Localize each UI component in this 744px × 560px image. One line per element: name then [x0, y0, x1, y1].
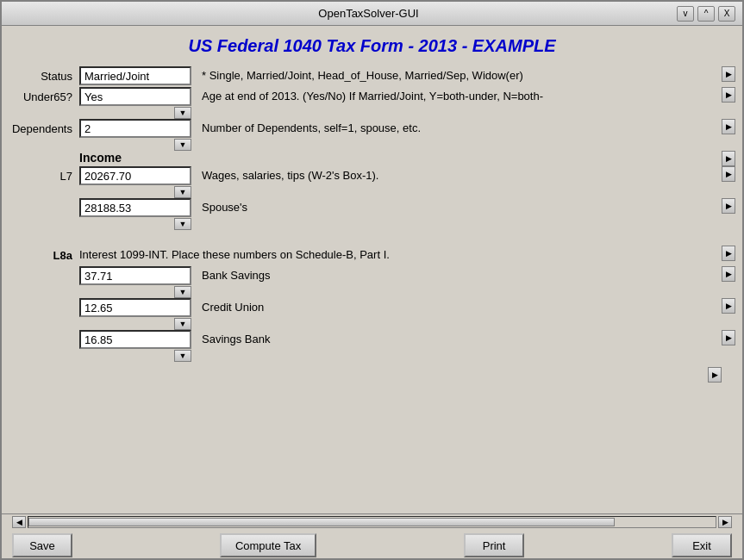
l7-right-btn2[interactable]: ▶ [722, 198, 735, 214]
page-title: US Federal 1040 Tax Form - 2013 - EXAMPL… [2, 26, 742, 63]
l7-expand-btn2[interactable]: ▼ [174, 218, 191, 230]
l8a-right-btn2[interactable]: ▶ [722, 298, 735, 314]
l8a-right-btn-desc[interactable]: ▶ [722, 246, 735, 261]
bottom-bar: ◀ ▶ Save Compute Tax Print Exit [2, 513, 742, 558]
income-section-row: Income ▶ [2, 151, 742, 166]
print-button[interactable]: Print [464, 533, 524, 557]
l8a-expand-btn2[interactable]: ▼ [174, 318, 191, 330]
under65-right-btn[interactable]: ▶ [722, 87, 735, 103]
status-label: Status [2, 66, 79, 87]
income-section-label: Income [79, 151, 122, 165]
l8a-right-btn1[interactable]: ▶ [722, 266, 735, 282]
l8a-desc-row: L8a Interest 1099-INT. Place these numbe… [2, 246, 742, 266]
l7-description1: Wages, salaries, tips (W-2's Box-1). [202, 166, 722, 185]
minimize-button[interactable]: v [677, 6, 694, 22]
main-content: US Federal 1040 Tax Form - 2013 - EXAMPL… [2, 26, 742, 558]
l8a-description2: Credit Union [202, 298, 722, 317]
l8a-description: Interest 1099-INT. Place these numbers o… [79, 246, 722, 264]
l7-expand-btn1[interactable]: ▼ [174, 186, 191, 198]
under65-row: Under65? ▼ Age at end of 2013. (Yes/No) … [2, 87, 742, 119]
window-title: OpenTaxSolver-GUI [318, 7, 418, 20]
buttons-row: Save Compute Tax Print Exit [12, 533, 732, 557]
maximize-button[interactable]: ^ [697, 6, 715, 22]
dependents-input[interactable] [79, 119, 191, 138]
spacer1 [2, 230, 742, 246]
exit-button[interactable]: Exit [672, 533, 732, 557]
l8a-row1: ▼ Bank Savings ▶ [2, 266, 742, 298]
h-scrollbar[interactable] [28, 516, 716, 528]
l8a-row3: ▼ Savings Bank ▶ [2, 330, 742, 362]
l7-input1[interactable] [79, 166, 191, 185]
l8a-expand-btn1[interactable]: ▼ [174, 286, 191, 298]
l8a-input1[interactable] [79, 266, 191, 285]
l8a-expand-btn3[interactable]: ▼ [174, 350, 191, 362]
status-right-btn[interactable]: ▶ [722, 66, 735, 82]
l7-row2: ▼ Spouse's ▶ [2, 198, 742, 230]
bottom-right-btn[interactable]: ▶ [708, 367, 722, 383]
l8a-description1: Bank Savings [202, 266, 722, 285]
l8a-input3[interactable] [79, 330, 191, 349]
under65-expand-btn[interactable]: ▼ [174, 107, 191, 119]
scroll-left-btn[interactable]: ◀ [12, 516, 26, 528]
title-bar: OpenTaxSolver-GUI v ^ X [2, 2, 742, 26]
h-scrollbar-thumb[interactable] [28, 518, 615, 526]
scroll-right-btn[interactable]: ▶ [718, 516, 732, 528]
income-right-btn[interactable]: ▶ [722, 151, 735, 166]
l7-label: L7 [2, 166, 79, 187]
dependents-label: Dependents [2, 119, 79, 140]
under65-description: Age at end of 2013. (Yes/No) If Married/… [202, 87, 722, 106]
scrollbar-row: ◀ ▶ [12, 514, 732, 530]
l7-row1: L7 ▼ Wages, salaries, tips (W-2's Box-1)… [2, 166, 742, 198]
status-input[interactable] [79, 66, 191, 85]
l8a-label: L8a [2, 246, 79, 266]
under65-label: Under65? [2, 87, 79, 108]
close-button[interactable]: X [718, 6, 735, 22]
l8a-description3: Savings Bank [202, 330, 722, 349]
scroll-area[interactable]: Status * Single, Married/Joint, Head_of_… [2, 63, 742, 513]
l7-input2[interactable] [79, 198, 191, 217]
main-window: OpenTaxSolver-GUI v ^ X US Federal 1040 … [0, 0, 744, 560]
status-row: Status * Single, Married/Joint, Head_of_… [2, 66, 742, 87]
window-controls: v ^ X [677, 6, 735, 22]
dependents-description: Number of Dependents, self=1, spouse, et… [202, 119, 722, 138]
l8a-right-btn3[interactable]: ▶ [722, 330, 735, 345]
l7-description2: Spouse's [202, 198, 722, 217]
status-description: * Single, Married/Joint, Head_of_House, … [202, 66, 722, 85]
l8a-row2: ▼ Credit Union ▶ [2, 298, 742, 330]
compute-tax-button[interactable]: Compute Tax [220, 533, 316, 557]
under65-input[interactable] [79, 87, 191, 106]
l7-right-btn1[interactable]: ▶ [722, 166, 735, 182]
save-button[interactable]: Save [12, 533, 72, 557]
dependents-expand-btn[interactable]: ▼ [174, 139, 191, 151]
dependents-right-btn[interactable]: ▶ [722, 119, 735, 134]
l8a-input2[interactable] [79, 298, 191, 317]
dependents-row: Dependents ▼ Number of Dependents, self=… [2, 119, 742, 151]
